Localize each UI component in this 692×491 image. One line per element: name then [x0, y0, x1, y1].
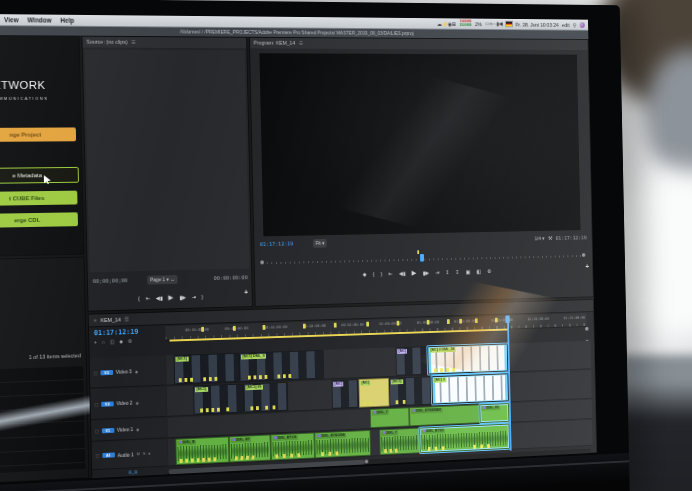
menubar-clock[interactable]: Fr. 28. Juni 10 03 24	[515, 21, 558, 27]
sequence-marker-icon[interactable]	[447, 319, 450, 323]
timeline-clip[interactable]: [MC1]	[389, 376, 432, 406]
step-forward-icon[interactable]: ▮▶	[179, 294, 186, 300]
track-header-v2[interactable]: ◻V2Video 2◉	[90, 387, 166, 420]
timeline-clip[interactable]: DML_BTAGBA	[314, 430, 371, 458]
lock-icon[interactable]: ◻	[94, 402, 98, 407]
user-menu[interactable]: edit	[562, 22, 570, 28]
brand-button[interactable]: e Metadata	[0, 167, 79, 184]
eye-icon[interactable]: ◉	[135, 400, 139, 405]
scrollbar-knob[interactable]	[365, 460, 369, 464]
timeline-clip[interactable]: [MC1] DML_9	[239, 350, 324, 382]
brand-button[interactable]: t CUBE Files	[0, 191, 78, 206]
timeline-clip[interactable]: DML_BTE2	[419, 424, 510, 454]
mark-out-icon[interactable]: }	[381, 271, 383, 277]
lock-icon[interactable]: ◻	[95, 428, 99, 433]
timeline-clip[interactable]: DML_05	[479, 403, 509, 423]
play-icon[interactable]: ▶	[411, 269, 416, 277]
volume-icon[interactable]: ◀	[499, 21, 503, 27]
mark-in-icon[interactable]: {	[138, 296, 140, 302]
timeline-clip[interactable]: DML_BTOS	[270, 433, 314, 461]
panel-menu-icon[interactable]: ☰	[125, 313, 130, 325]
timeline-clip[interactable]: [MC] 2 DML_38	[427, 343, 508, 374]
sequence-marker-icon[interactable]	[475, 318, 478, 322]
program-panel-header[interactable]: Program: KEM_14 ☰	[250, 38, 588, 50]
track-select-button[interactable]: V1	[102, 427, 115, 432]
sequence-marker-icon[interactable]	[495, 318, 498, 322]
source-page-select[interactable]: Page 1 ▾ ↔	[147, 275, 178, 285]
playhead-caret[interactable]	[505, 315, 509, 323]
step-back-icon[interactable]: ◀▮	[156, 295, 163, 301]
zoom-handle-left[interactable]	[260, 260, 264, 264]
play-icon[interactable]: ▶	[168, 294, 173, 302]
track-header-a1[interactable]: ◻A1Audio 1M S ●	[92, 439, 168, 470]
timeline-clip[interactable]: DML_DTEEWAV	[409, 404, 480, 426]
mark-out-icon[interactable]: }	[201, 294, 203, 300]
timeline-clip[interactable]: [MC]	[331, 379, 359, 409]
panel-menu-icon[interactable]: ☰	[299, 38, 303, 49]
timeline-clip[interactable]: [MC] 3	[431, 373, 508, 404]
spaces-grid-icon[interactable]: ⊞	[452, 21, 456, 27]
zoom-level-select[interactable]: Fit ▾	[313, 239, 327, 248]
track-select-button[interactable]: V2	[101, 401, 114, 406]
playback-resolution-select[interactable]: 1/4 ▾	[534, 235, 544, 241]
go-to-out-icon[interactable]: ⇥	[192, 294, 196, 300]
button-editor-plus-icon[interactable]: +	[244, 289, 248, 296]
timeline-clip[interactable]: DML_BT	[229, 435, 271, 463]
eye-icon[interactable]: ◉	[136, 426, 140, 431]
spotlight-search-icon[interactable]: ⚲	[573, 22, 577, 28]
sequence-marker-icon[interactable]	[366, 322, 369, 326]
track-select-button[interactable]: A1	[102, 452, 115, 458]
german-flag-icon[interactable]	[506, 22, 512, 26]
sequence-marker-icon[interactable]	[334, 323, 337, 327]
sequence-marker-icon[interactable]	[201, 327, 204, 331]
comparison-view-icon[interactable]: ◧	[476, 269, 481, 275]
timeline-clip[interactable]: [MC]	[395, 346, 428, 375]
eye-icon[interactable]: ◉	[135, 369, 139, 374]
brand-button[interactable]: nge Project	[0, 127, 76, 142]
timeline-zoom-knob[interactable]	[585, 327, 588, 331]
sequence-marker-icon[interactable]	[233, 326, 236, 330]
sequence-marker-icon[interactable]	[303, 324, 306, 328]
menu-item[interactable]: View	[4, 16, 19, 23]
timeline-clip[interactable]: DML_7	[379, 428, 420, 455]
siri-icon[interactable]	[580, 22, 585, 28]
sequence-tab[interactable]: KEM_14	[100, 314, 121, 326]
export-frame-icon[interactable]: ▣	[466, 269, 471, 275]
step-forward-icon[interactable]: ▮▶	[422, 270, 429, 276]
go-to-in-icon[interactable]: ⇤	[389, 271, 393, 277]
timeline-clip[interactable]: DML_7	[370, 407, 410, 428]
lock-icon[interactable]: ◻	[96, 453, 100, 458]
zoom-handle-right[interactable]	[582, 253, 585, 257]
timeline-clip[interactable]: [MC1] 09	[243, 382, 288, 413]
sequence-marker-icon[interactable]	[459, 319, 462, 323]
lift-icon[interactable]: ↥	[445, 269, 449, 275]
track-header-v1[interactable]: ◻V1Video 1◉	[91, 418, 167, 442]
source-panel-header[interactable]: Source: (no clips) ☰	[82, 37, 246, 49]
timeline-clip[interactable]: DML_B	[175, 436, 229, 465]
mute-solo-mic-icons[interactable]: M S ●	[137, 451, 152, 457]
track-select-button[interactable]: V3	[100, 369, 113, 374]
settings-wrench-icon[interactable]: ⚒	[548, 235, 552, 241]
sequence-marker-icon[interactable]	[397, 321, 400, 325]
step-back-icon[interactable]: ◀▮	[399, 270, 406, 276]
sequence-marker-icon[interactable]	[427, 320, 430, 324]
add-marker-icon[interactable]: ◆	[363, 271, 367, 277]
extract-icon[interactable]: ↧	[455, 269, 459, 275]
go-to-out-icon[interactable]: ⇥	[435, 270, 439, 276]
panel-menu-icon[interactable]: ☰	[131, 37, 136, 48]
button-editor-plus-icon[interactable]: +	[585, 263, 589, 270]
go-to-in-icon[interactable]: ⇤	[146, 295, 151, 301]
timeline-clip[interactable]: [MC1]	[174, 353, 240, 385]
timeline-clip[interactable]: [MC]	[358, 378, 389, 408]
menu-item[interactable]: Window	[27, 16, 51, 23]
brand-button[interactable]: erge CDL	[0, 212, 78, 228]
mark-in-icon[interactable]: {	[373, 271, 375, 277]
sequence-marker-icon[interactable]	[263, 325, 266, 329]
timeline-clip[interactable]: [MC1]	[193, 384, 244, 415]
playhead-handle[interactable]	[420, 254, 424, 262]
lock-icon[interactable]: ◻	[94, 370, 98, 375]
track-header-v3[interactable]: ◻V3Video 3◉	[90, 355, 166, 388]
menu-item[interactable]: Help	[60, 17, 74, 24]
close-tab-icon[interactable]: ×	[93, 314, 96, 326]
settings-icon[interactable]: ⚙	[487, 268, 491, 274]
